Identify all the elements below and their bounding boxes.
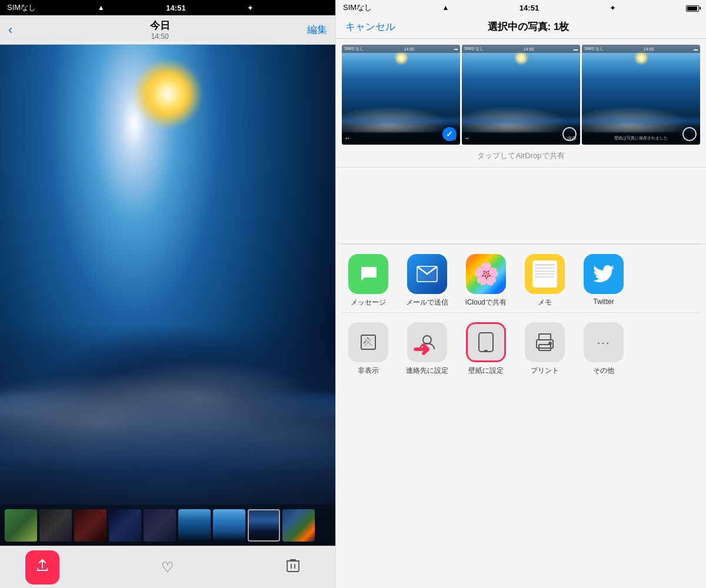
nav-title: 今日 (150, 19, 170, 32)
action-row-2: 非表示 連絡先に設定 ➜ 壁紙に設定 (336, 313, 706, 380)
list-item[interactable] (178, 509, 211, 542)
cancel-button[interactable]: キャンセル (345, 20, 395, 34)
action-hide[interactable]: 非表示 (342, 322, 395, 376)
heart-icon: ♡ (161, 559, 174, 576)
list-item[interactable] (109, 509, 141, 542)
notes-label: メモ (538, 298, 552, 308)
thumb-status-3: SIMS なし14:50▬ (582, 45, 700, 53)
messages-label: メッセージ (351, 298, 386, 308)
photo-thumb-1[interactable]: SIMS なし14:50▬ ↩保存 ✓ (342, 45, 460, 145)
list-item[interactable] (248, 509, 280, 542)
airdrop-area (336, 168, 706, 244)
nav-subtitle: 14:50 (150, 32, 170, 41)
left-wifi-icon: ▲ (98, 4, 105, 12)
svg-rect-8 (539, 334, 551, 340)
favorite-button[interactable]: ♡ (155, 554, 181, 580)
photo-thumb-3[interactable]: SIMS なし14:50▬ 壁紙は写真に保存されました (582, 45, 700, 145)
right-bluetooth-icon: ✦ (610, 4, 616, 12)
wallpaper-label: 壁紙に設定 (468, 366, 504, 376)
nav-title-block: 今日 14:50 (150, 19, 170, 41)
bottom-toolbar: ♡ (0, 546, 335, 588)
photo-image-2 (462, 45, 580, 145)
share-actions-row: メッセージ メールで送信 🌸 iCloudで共有 (336, 245, 706, 312)
trash-icon (286, 558, 300, 577)
right-carrier: SIMなし (343, 2, 372, 13)
icloud-label: iCloudで共有 (465, 298, 507, 308)
icloud-icon: 🌸 (466, 254, 506, 294)
share-action-mail[interactable]: メールで送信 (401, 254, 454, 308)
right-panel: SIMなし ▲ 14:51 ✦ キャンセル 選択中の写真: 1枚 SIMS なし… (335, 0, 706, 588)
list-item[interactable] (74, 509, 106, 542)
more-icon: ··· (584, 322, 624, 362)
hide-label: 非表示 (358, 366, 379, 376)
left-time: 14:51 (166, 4, 185, 12)
list-item[interactable] (144, 509, 176, 542)
photo-grid: SIMS なし14:50▬ ↩保存 ✓ SIMS なし14:50▬ ↩保存 (336, 39, 706, 145)
action-print[interactable]: プリント (518, 322, 571, 376)
action-wallpaper[interactable]: ➜ 壁紙に設定 (459, 322, 512, 376)
sun-glow (132, 59, 203, 129)
photo-image-1 (342, 45, 460, 145)
hide-icon (348, 322, 388, 362)
left-panel: SIMなし ▲ 14:51 ✦ ‹ 今日 14:50 編集 (0, 0, 335, 588)
right-battery (686, 4, 699, 12)
mail-icon (407, 254, 447, 294)
unselected-circle-3 (682, 127, 697, 141)
share-action-notes[interactable]: メモ (518, 254, 571, 308)
photo-image-3 (582, 45, 700, 145)
wallpaper-icon (466, 322, 506, 362)
right-status-bar: SIMなし ▲ 14:51 ✦ (336, 0, 706, 15)
thumb-status-2: SIMS なし14:50▬ (462, 45, 580, 53)
right-time: 14:51 (519, 4, 539, 12)
left-nav-bar: ‹ 今日 14:50 編集 (0, 15, 335, 45)
more-label: その他 (593, 366, 614, 376)
list-item[interactable] (213, 509, 245, 542)
twitter-icon (584, 254, 624, 294)
delete-button[interactable] (280, 554, 306, 580)
back-button[interactable]: ‹ (8, 22, 12, 38)
photo-thumb-2[interactable]: SIMS なし14:50▬ ↩保存 (462, 45, 580, 145)
share-icon (35, 559, 49, 576)
print-icon (525, 322, 565, 362)
right-wifi-icon: ▲ (442, 4, 449, 12)
airdrop-hint: タップしてAirDropで共有 (336, 145, 706, 168)
list-item[interactable] (39, 509, 72, 542)
share-action-messages[interactable]: メッセージ (342, 254, 395, 308)
share-button[interactable] (29, 554, 55, 580)
unselected-circle-2 (562, 127, 577, 141)
share-action-icloud[interactable]: 🌸 iCloudで共有 (459, 254, 512, 308)
selection-title: 選択中の写真: 1枚 (488, 20, 570, 34)
pink-arrow: ➜ (412, 337, 430, 362)
list-item[interactable] (282, 509, 315, 542)
svg-rect-6 (481, 335, 491, 349)
twitter-label: Twitter (593, 298, 614, 306)
svg-rect-0 (287, 561, 299, 572)
left-carrier: SIMなし (7, 2, 36, 13)
notes-icon (525, 254, 565, 294)
edit-button[interactable]: 編集 (307, 23, 327, 36)
left-bluetooth-icon: ✦ (247, 4, 254, 12)
thumbnail-strip (0, 505, 335, 546)
action-more[interactable]: ··· その他 (577, 322, 630, 376)
print-label: プリント (531, 366, 559, 376)
svg-point-11 (549, 342, 551, 345)
selected-checkmark: ✓ (442, 127, 457, 141)
left-battery (315, 4, 328, 12)
share-action-twitter[interactable]: Twitter (577, 254, 630, 308)
svg-rect-7 (484, 350, 488, 351)
messages-icon (348, 254, 388, 294)
thumb-status-1: SIMS なし14:50▬ (342, 45, 460, 53)
list-item[interactable] (5, 509, 37, 542)
chevron-left-icon: ‹ (8, 22, 12, 38)
left-status-bar: SIMなし ▲ 14:51 ✦ (0, 0, 335, 15)
mail-label: メールで送信 (406, 298, 448, 308)
contact-label: 連絡先に設定 (406, 366, 448, 376)
right-nav-bar: キャンセル 選択中の写真: 1枚 (336, 15, 706, 39)
